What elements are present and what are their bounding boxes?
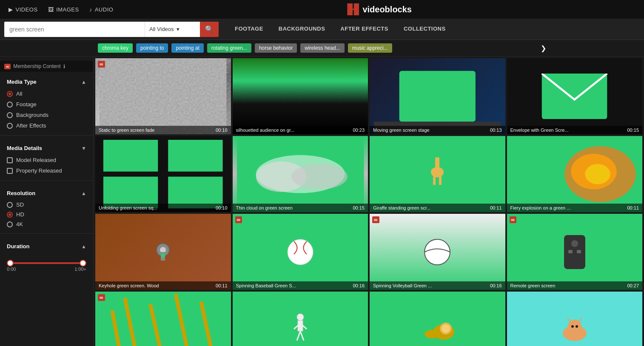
search-type-dropdown[interactable]: All Videos ▾	[145, 22, 184, 37]
svg-point-36	[297, 314, 304, 320]
video-card-v8[interactable]: Fiery explosion on a green ... 00:11	[507, 136, 643, 212]
video-card-v10[interactable]: Spinning Baseball Green S... 00:16	[233, 214, 368, 290]
search-input[interactable]	[4, 26, 145, 33]
duration-title: Duration	[7, 243, 29, 250]
nav-videos[interactable]: ▶ VIDEOS	[9, 6, 38, 13]
media-type-title: Media Type	[7, 79, 37, 85]
media-type-aftereffects[interactable]: After Effects	[0, 120, 93, 131]
duration-slider-track[interactable]	[7, 262, 86, 264]
nav-images-label: IMAGES	[56, 6, 79, 13]
logo-icon	[347, 3, 359, 15]
tags-next-arrow[interactable]: ❯	[541, 44, 546, 52]
radio-hd	[7, 212, 13, 218]
video-card-v2[interactable]: silhouetted audience on gr... 00:23	[233, 58, 368, 134]
media-type-footage[interactable]: Footage	[0, 99, 93, 110]
video-card-v12[interactable]: Remote green screen 00:27	[507, 214, 643, 290]
checkbox-model[interactable]	[7, 157, 13, 163]
sidebar: ∞ Membership Content ℹ Media Type ▲ All …	[0, 57, 94, 346]
tag-pointing-to[interactable]: pointing to	[136, 43, 168, 53]
tag-wireless[interactable]: wireless head...	[300, 43, 344, 53]
media-details-property-label: Property Released	[16, 167, 62, 174]
video-card-v6[interactable]: Thin cloud on green screen 00:15	[233, 136, 368, 212]
media-type-all[interactable]: All	[0, 88, 93, 99]
membership-icon-v1	[98, 61, 105, 68]
radio-backgrounds	[7, 112, 13, 118]
resolution-header[interactable]: Resolution ▲	[0, 185, 93, 200]
video-duration-v7: 00:11	[490, 205, 502, 210]
nav-backgrounds[interactable]: BACKGROUNDS	[271, 19, 333, 40]
divider-2	[0, 180, 93, 181]
tag-rotating[interactable]: rotating green...	[207, 43, 251, 53]
media-details-model[interactable]: Model Released	[0, 155, 93, 165]
nav-aftereffects[interactable]: AFTER EFFECTS	[333, 19, 396, 40]
svg-line-35	[112, 311, 123, 346]
duration-section: 0:00 1:00+	[0, 253, 93, 277]
search-nav: FOOTAGE BACKGROUNDS AFTER EFFECTS COLLEC…	[227, 19, 453, 40]
video-overlay-v5: Unfolding green screen sq... 00:10	[95, 204, 231, 212]
nav-footage[interactable]: FOOTAGE	[227, 19, 271, 40]
video-duration-v5: 00:10	[216, 205, 228, 210]
svg-marker-49	[578, 317, 583, 321]
radio-all	[7, 91, 13, 97]
membership-label: Membership Content	[13, 63, 60, 69]
media-type-arrow: ▲	[81, 79, 86, 85]
video-card-v14[interactable]: Skeleton creeping green s... 00:12	[233, 292, 368, 346]
svg-rect-30	[577, 250, 581, 253]
search-button[interactable]: 🔍	[200, 22, 219, 37]
duration-min-label: 0:00	[7, 267, 16, 272]
resolution-title: Resolution	[7, 190, 35, 196]
svg-point-23	[161, 253, 165, 258]
media-type-backgrounds-label: Backgrounds	[16, 112, 48, 118]
resolution-sd[interactable]: SD	[0, 200, 93, 210]
audio-icon: ♪	[89, 6, 92, 13]
duration-slider-left-thumb[interactable]	[7, 260, 14, 267]
logo-text: videoblocks	[362, 5, 412, 14]
video-card-v4[interactable]: Envelope with Green Scre... 00:15	[507, 58, 643, 134]
video-card-v11[interactable]: Spinning Volleyball Green ... 00:16	[370, 214, 505, 290]
logo[interactable]: videoblocks	[347, 3, 412, 15]
video-title-v5: Unfolding green screen sq...	[99, 205, 157, 210]
membership-icon-v12	[510, 216, 517, 223]
video-title-v11: Spinning Volleyball Green ...	[373, 283, 432, 288]
media-type-backgrounds[interactable]: Backgrounds	[0, 110, 93, 120]
duration-slider-right-thumb[interactable]	[80, 260, 86, 267]
content-area: Static to green screen fade 00:10 silhou…	[94, 57, 644, 346]
media-type-all-label: All	[16, 91, 22, 97]
video-card-v16[interactable]: ginger kitten on green scre... 00:08	[507, 292, 643, 346]
svg-point-19	[585, 164, 610, 184]
video-overlay-v2: silhouetted audience on gr... 00:23	[233, 126, 368, 134]
svg-point-47	[568, 320, 581, 333]
nav-images[interactable]: 🖼 IMAGES	[48, 6, 79, 13]
media-type-footage-label: Footage	[16, 101, 37, 108]
video-card-v9[interactable]: Keyhole green screen. Wood 00:11	[95, 214, 231, 290]
resolution-4k-label: 4K	[16, 221, 23, 227]
video-card-v5[interactable]: Unfolding green screen sq... 00:10	[95, 136, 231, 212]
video-card-v15[interactable]: Lion footage, green screen. 00:29	[370, 292, 505, 346]
nav-collections[interactable]: COLLECTIONS	[396, 19, 453, 40]
media-details-header[interactable]: Media Details ▼	[0, 140, 93, 155]
checkbox-property[interactable]	[7, 168, 13, 174]
tag-music[interactable]: music appreci...	[348, 43, 392, 53]
duration-header[interactable]: Duration ▲	[0, 238, 93, 253]
video-card-v1[interactable]: Static to green screen fade 00:10	[95, 58, 231, 134]
video-title-v10: Spinning Baseball Green S...	[236, 283, 296, 288]
media-details-property[interactable]: Property Released	[0, 165, 93, 176]
svg-rect-29	[568, 250, 573, 253]
video-card-v7[interactable]: Giraffe standing green scr... 00:11	[370, 136, 505, 212]
svg-rect-6	[167, 139, 224, 173]
membership-icon-v11	[372, 216, 379, 223]
video-card-v3[interactable]: Moving green screen stage 00:13	[370, 58, 505, 134]
video-duration-v6: 00:15	[353, 205, 365, 210]
resolution-4k[interactable]: 4K	[0, 219, 93, 229]
tag-horse[interactable]: horse behavior	[255, 43, 297, 53]
video-icon: ▶	[9, 6, 13, 13]
resolution-hd[interactable]: HD	[0, 210, 93, 219]
tag-pointing-at[interactable]: pointing at	[171, 43, 203, 53]
video-card-v13[interactable]: Falling Bullets Green Screen 00:16	[95, 292, 231, 346]
svg-point-21	[160, 247, 166, 253]
media-details-title: Media Details	[7, 145, 42, 151]
tag-chroma[interactable]: chroma key	[98, 43, 133, 53]
video-overlay-v8: Fiery explosion on a green ... 00:11	[507, 204, 643, 212]
media-type-header[interactable]: Media Type ▲	[0, 74, 93, 88]
nav-audio[interactable]: ♪ AUDIO	[89, 6, 114, 13]
